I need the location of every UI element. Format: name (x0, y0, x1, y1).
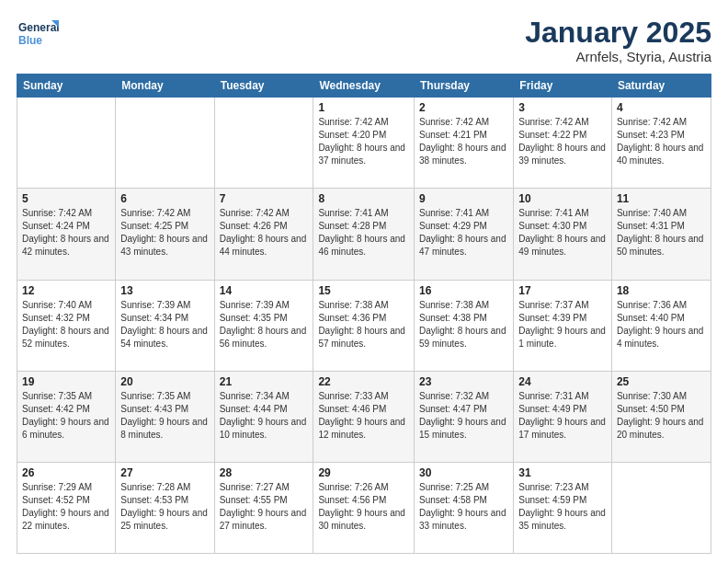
week-row-1: 1 Sunrise: 7:42 AMSunset: 4:20 PMDayligh… (17, 98, 711, 189)
calendar: SundayMondayTuesdayWednesdayThursdayFrid… (17, 74, 711, 554)
day-info: Sunrise: 7:42 AMSunset: 4:25 PMDaylight:… (120, 208, 208, 257)
day-number: 26 (22, 466, 110, 479)
cal-cell-w2-d1: 6 Sunrise: 7:42 AMSunset: 4:25 PMDayligh… (116, 189, 214, 280)
day-info: Sunrise: 7:35 AMSunset: 4:42 PMDaylight:… (22, 391, 109, 440)
day-number: 24 (518, 375, 607, 388)
cal-cell-w3-d2: 14 Sunrise: 7:39 AMSunset: 4:35 PMDaylig… (214, 280, 313, 371)
calendar-subtitle: Arnfels, Styria, Austria (525, 49, 711, 64)
day-number: 4 (617, 101, 706, 114)
cal-cell-w5-d1: 27 Sunrise: 7:28 AMSunset: 4:53 PMDaylig… (116, 462, 214, 553)
day-number: 10 (518, 192, 607, 205)
day-number: 5 (22, 192, 110, 205)
cal-cell-w4-d5: 24 Sunrise: 7:31 AMSunset: 4:49 PMDaylig… (514, 371, 612, 462)
day-info: Sunrise: 7:40 AMSunset: 4:31 PMDaylight:… (617, 208, 704, 257)
weekday-header-row: SundayMondayTuesdayWednesdayThursdayFrid… (17, 75, 711, 98)
svg-text:General: General (18, 21, 60, 34)
cal-cell-w5-d6 (611, 462, 711, 553)
day-info: Sunrise: 7:39 AMSunset: 4:35 PMDaylight:… (220, 300, 307, 349)
cal-cell-w2-d5: 10 Sunrise: 7:41 AMSunset: 4:30 PMDaylig… (514, 189, 612, 280)
day-number: 6 (120, 192, 209, 205)
day-number: 17 (518, 284, 607, 297)
day-number: 29 (318, 466, 409, 479)
logo-svg: General Blue (17, 17, 63, 52)
cal-cell-w4-d1: 20 Sunrise: 7:35 AMSunset: 4:43 PMDaylig… (116, 371, 214, 462)
day-info: Sunrise: 7:39 AMSunset: 4:34 PMDaylight:… (120, 300, 208, 349)
cal-cell-w1-d2 (214, 98, 313, 189)
day-info: Sunrise: 7:28 AMSunset: 4:53 PMDaylight:… (120, 482, 208, 531)
cal-cell-w1-d4: 2 Sunrise: 7:42 AMSunset: 4:21 PMDayligh… (414, 98, 513, 189)
cal-cell-w3-d4: 16 Sunrise: 7:38 AMSunset: 4:38 PMDaylig… (414, 280, 513, 371)
cal-cell-w3-d5: 17 Sunrise: 7:37 AMSunset: 4:39 PMDaylig… (514, 280, 612, 371)
day-info: Sunrise: 7:42 AMSunset: 4:21 PMDaylight:… (419, 117, 506, 166)
day-info: Sunrise: 7:23 AMSunset: 4:59 PMDaylight:… (518, 482, 606, 531)
weekday-header-saturday: Saturday (611, 75, 711, 98)
day-info: Sunrise: 7:29 AMSunset: 4:52 PMDaylight:… (22, 482, 109, 531)
day-number: 11 (617, 192, 706, 205)
week-row-3: 12 Sunrise: 7:40 AMSunset: 4:32 PMDaylig… (17, 280, 711, 371)
day-info: Sunrise: 7:40 AMSunset: 4:32 PMDaylight:… (22, 300, 109, 349)
cal-cell-w3-d3: 15 Sunrise: 7:38 AMSunset: 4:36 PMDaylig… (313, 280, 415, 371)
cal-cell-w4-d6: 25 Sunrise: 7:30 AMSunset: 4:50 PMDaylig… (611, 371, 711, 462)
day-number: 15 (318, 284, 409, 297)
day-info: Sunrise: 7:42 AMSunset: 4:26 PMDaylight:… (220, 208, 307, 257)
day-number: 16 (419, 284, 508, 297)
day-number: 8 (318, 192, 409, 205)
cal-cell-w5-d4: 30 Sunrise: 7:25 AMSunset: 4:58 PMDaylig… (414, 462, 513, 553)
day-number: 7 (220, 192, 309, 205)
cal-cell-w4-d3: 22 Sunrise: 7:33 AMSunset: 4:46 PMDaylig… (313, 371, 415, 462)
cal-cell-w2-d4: 9 Sunrise: 7:41 AMSunset: 4:29 PMDayligh… (414, 189, 513, 280)
day-info: Sunrise: 7:42 AMSunset: 4:24 PMDaylight:… (22, 208, 109, 257)
cal-cell-w5-d3: 29 Sunrise: 7:26 AMSunset: 4:56 PMDaylig… (313, 462, 415, 553)
day-info: Sunrise: 7:35 AMSunset: 4:43 PMDaylight:… (120, 391, 208, 440)
day-info: Sunrise: 7:31 AMSunset: 4:49 PMDaylight:… (518, 391, 606, 440)
cal-cell-w2-d6: 11 Sunrise: 7:40 AMSunset: 4:31 PMDaylig… (611, 189, 711, 280)
day-info: Sunrise: 7:36 AMSunset: 4:40 PMDaylight:… (617, 300, 704, 349)
cal-cell-w1-d1 (116, 98, 214, 189)
cal-cell-w5-d0: 26 Sunrise: 7:29 AMSunset: 4:52 PMDaylig… (17, 462, 116, 553)
calendar-title: January 2025 (525, 17, 711, 49)
day-number: 28 (220, 466, 309, 479)
day-info: Sunrise: 7:41 AMSunset: 4:28 PMDaylight:… (318, 208, 405, 257)
day-info: Sunrise: 7:26 AMSunset: 4:56 PMDaylight:… (318, 482, 405, 531)
day-info: Sunrise: 7:38 AMSunset: 4:36 PMDaylight:… (318, 300, 405, 349)
day-info: Sunrise: 7:42 AMSunset: 4:20 PMDaylight:… (318, 117, 405, 166)
page: General Blue January 2025 Arnfels, Styri… (0, 0, 728, 563)
day-number: 31 (518, 466, 607, 479)
cal-cell-w3-d6: 18 Sunrise: 7:36 AMSunset: 4:40 PMDaylig… (611, 280, 711, 371)
day-info: Sunrise: 7:38 AMSunset: 4:38 PMDaylight:… (419, 300, 506, 349)
day-number: 30 (419, 466, 508, 479)
calendar-table: SundayMondayTuesdayWednesdayThursdayFrid… (17, 74, 711, 554)
cal-cell-w5-d2: 28 Sunrise: 7:27 AMSunset: 4:55 PMDaylig… (214, 462, 313, 553)
day-info: Sunrise: 7:34 AMSunset: 4:44 PMDaylight:… (220, 391, 307, 440)
day-info: Sunrise: 7:27 AMSunset: 4:55 PMDaylight:… (220, 482, 307, 531)
header: General Blue January 2025 Arnfels, Styri… (17, 17, 711, 64)
cal-cell-w1-d5: 3 Sunrise: 7:42 AMSunset: 4:22 PMDayligh… (514, 98, 612, 189)
day-number: 27 (120, 466, 209, 479)
weekday-header-tuesday: Tuesday (214, 75, 313, 98)
logo: General Blue (17, 17, 63, 52)
day-number: 22 (318, 375, 409, 388)
week-row-5: 26 Sunrise: 7:29 AMSunset: 4:52 PMDaylig… (17, 462, 711, 553)
day-info: Sunrise: 7:30 AMSunset: 4:50 PMDaylight:… (617, 391, 704, 440)
weekday-header-friday: Friday (514, 75, 612, 98)
cal-cell-w4-d4: 23 Sunrise: 7:32 AMSunset: 4:47 PMDaylig… (414, 371, 513, 462)
cal-cell-w4-d0: 19 Sunrise: 7:35 AMSunset: 4:42 PMDaylig… (17, 371, 116, 462)
weekday-header-monday: Monday (116, 75, 214, 98)
day-number: 2 (419, 101, 508, 114)
cal-cell-w3-d1: 13 Sunrise: 7:39 AMSunset: 4:34 PMDaylig… (116, 280, 214, 371)
day-number: 20 (120, 375, 209, 388)
day-info: Sunrise: 7:42 AMSunset: 4:22 PMDaylight:… (518, 117, 606, 166)
cal-cell-w2-d2: 7 Sunrise: 7:42 AMSunset: 4:26 PMDayligh… (214, 189, 313, 280)
weekday-header-wednesday: Wednesday (313, 75, 415, 98)
day-info: Sunrise: 7:42 AMSunset: 4:23 PMDaylight:… (617, 117, 704, 166)
cal-cell-w1-d0 (17, 98, 116, 189)
day-number: 25 (617, 375, 706, 388)
cal-cell-w1-d3: 1 Sunrise: 7:42 AMSunset: 4:20 PMDayligh… (313, 98, 415, 189)
day-info: Sunrise: 7:41 AMSunset: 4:30 PMDaylight:… (518, 208, 606, 257)
cal-cell-w1-d6: 4 Sunrise: 7:42 AMSunset: 4:23 PMDayligh… (611, 98, 711, 189)
cal-cell-w2-d3: 8 Sunrise: 7:41 AMSunset: 4:28 PMDayligh… (313, 189, 415, 280)
week-row-2: 5 Sunrise: 7:42 AMSunset: 4:24 PMDayligh… (17, 189, 711, 280)
day-info: Sunrise: 7:37 AMSunset: 4:39 PMDaylight:… (518, 300, 606, 349)
cal-cell-w4-d2: 21 Sunrise: 7:34 AMSunset: 4:44 PMDaylig… (214, 371, 313, 462)
day-number: 19 (22, 375, 110, 388)
